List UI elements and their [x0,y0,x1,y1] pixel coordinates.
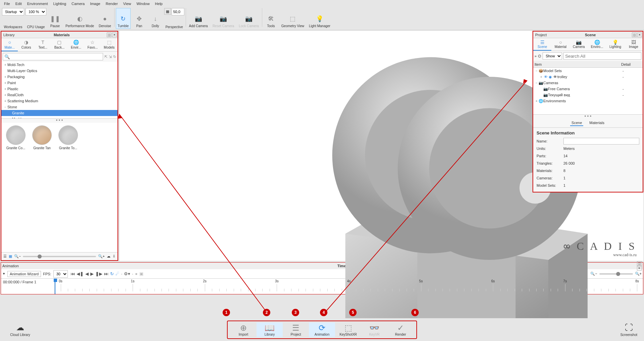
bottom-animation-button[interactable]: ⟳Animation [309,323,335,337]
menu-file[interactable]: File [1,1,13,6]
perspective-value[interactable] [172,8,184,15]
library-tab-2[interactable]: TText... [35,38,51,51]
scene-tree-row[interactable]: +🌐Environments [533,98,643,104]
wizard-icon[interactable]: ✦ [2,272,5,276]
menu-image[interactable]: Image [87,1,103,6]
splitter-dots[interactable]: ● ● ● [533,115,643,119]
goto-start-icon[interactable]: ⏮ [70,271,76,276]
menu-camera[interactable]: Camera [69,1,87,6]
tree-item[interactable]: Multi-Layer Optics [1,68,118,74]
timeline-zoom-slider[interactable] [599,273,633,275]
menu-lighting[interactable]: Lighting [50,1,69,6]
library-tab-5[interactable]: ☆Favo... [84,38,101,51]
goto-end-icon[interactable]: ⏭ [103,271,109,276]
scene-tab-2[interactable]: 📷Camera [570,38,588,51]
scene-search-input[interactable] [563,52,641,60]
tree-item[interactable]: −Stone [1,104,118,110]
collapse-icon[interactable]: » [535,54,537,58]
grid-view-icon[interactable]: ▦ [9,254,12,259]
play-back-icon[interactable]: ◀ [85,271,89,276]
library-tab-1[interactable]: ◑Colors [18,38,34,51]
library-tab-3[interactable]: ▢Back... [51,38,67,51]
list-view-icon[interactable]: ☰ [3,254,7,259]
zoom-out-icon[interactable]: 🔍− [14,254,21,259]
dolly-button[interactable]: ↓Dolly [148,8,163,29]
timeline-track[interactable]: 0s1s2s3s4s5s6s7s8s [55,279,643,294]
folder-out-icon[interactable]: ⇲ [109,55,112,59]
bottom-keyshotxr-button[interactable]: ⬚KeyShotXR [335,323,361,337]
zoom-in-icon[interactable]: 🔍+ [98,254,105,259]
step-back-icon[interactable]: ◀❚ [76,271,84,276]
playhead[interactable] [55,279,55,294]
scene-tab-4[interactable]: 💡Lighting [606,38,624,51]
tree-item[interactable]: +Paint [1,80,118,86]
scene-tree-row[interactable]: +👁◉👁trolley- [533,74,643,80]
folder-in-icon[interactable]: ⇱ [104,55,107,59]
cloud-icon[interactable]: ☁ [107,254,110,259]
bottom-project-button[interactable]: ☰Project [283,323,309,337]
step-fwd-icon[interactable]: ❚▶ [95,271,103,276]
performance-mode-button[interactable]: ◐Performance Mode [64,8,96,29]
download-icon[interactable]: ⇩ [112,254,116,259]
bottom-library-button[interactable]: 📖Library [257,323,283,337]
scene-tab-3[interactable]: 🌐Enviro... [588,38,606,51]
tools-button[interactable]: 🛠Tools [264,8,278,29]
menu-render[interactable]: Render [103,1,121,6]
scene-tree-row[interactable]: −📷Cameras [533,80,643,86]
subtab-materials[interactable]: Materials [588,120,606,126]
material-thumb[interactable]: Granite To... [56,125,80,249]
undock-icon[interactable]: ◫ [632,33,637,37]
reset-camera-button[interactable]: 📷Reset Camera [211,8,236,29]
preview-icon[interactable]: ▣ [139,271,144,276]
tree-item[interactable]: Granite [1,110,118,116]
motion-blur-icon[interactable]: ☄ [115,271,120,276]
library-tab-4[interactable]: 🌐Envir... [68,38,84,51]
tree-icon[interactable]: ⌬ [538,54,541,58]
tumble-button[interactable]: ↻Tumble [116,8,131,29]
library-search-input[interactable] [3,53,103,60]
cloud-library-button[interactable]: ☁ Cloud Library [0,323,40,337]
refresh-icon[interactable]: ↻ [113,55,116,59]
close-icon[interactable]: ✕ [637,33,642,37]
scene-tree-row[interactable]: 📷Текущий вид- [533,92,643,98]
bottom-keyvr-button[interactable]: 👓KeyVR [361,323,387,337]
menu-help[interactable]: Help [152,1,166,6]
tree-item[interactable]: +Plastic [1,86,118,92]
library-tab-6[interactable]: ⬚Models [101,38,118,51]
pause-button[interactable]: ❚❚Pause [48,8,62,29]
tree-item[interactable]: +RealCloth [1,92,118,98]
close-icon[interactable]: ✕ [112,33,117,37]
lock-camera-button[interactable]: 📷Lock Camera [237,8,260,29]
record-icon[interactable]: ● [134,271,138,276]
scene-tree-row[interactable]: 📷Free Camera- [533,86,643,92]
play-icon[interactable]: ▶ [90,271,94,276]
material-thumb[interactable]: Granite Co... [4,125,28,249]
loop-icon[interactable]: ↻ [109,271,114,276]
tree-item[interactable]: +Scattering Medium [1,98,118,104]
scene-tree-row[interactable]: −📦Model Sets- [533,68,643,74]
material-thumb[interactable]: Granite Tan [30,125,54,249]
animation-wizard-button[interactable]: Animation Wizard [7,271,41,277]
pan-button[interactable]: ✥Pan [132,8,147,29]
tree-item[interactable]: +Mold-Tech [1,62,118,68]
cpu-usage-select[interactable]: 100 % [26,8,46,15]
bottom-render-button[interactable]: ✓Render [387,323,414,337]
splitter-dots[interactable]: ● ● ● [1,119,118,123]
scene-tab-0[interactable]: ☰Scene [533,38,551,51]
tree-item[interactable]: +Packaging [1,74,118,80]
menu-view[interactable]: View [121,1,134,6]
subtab-scene[interactable]: Scene [570,120,583,126]
denoise-button[interactable]: ●Denoise [97,8,113,29]
fps-select[interactable]: 30 [53,270,68,278]
geometry-view-button[interactable]: ⬚Geometry View [280,8,306,29]
menu-edit[interactable]: Edit [13,1,25,6]
show-filter[interactable]: Show [543,52,562,60]
settings-icon[interactable]: ⚙▾ [123,271,131,276]
bottom-import-button[interactable]: ⊕Import [230,323,257,337]
workspaces-select[interactable]: Startup [2,8,24,15]
scene-tab-1[interactable]: ○Material [551,38,569,51]
library-tab-0[interactable]: ○Mate... [1,38,18,51]
scene-tab-5[interactable]: 🖼Image [625,38,643,51]
screenshot-button[interactable]: ⛶ Screenshot [620,323,637,337]
light-manager-button[interactable]: 💡Light Manager [307,8,332,29]
